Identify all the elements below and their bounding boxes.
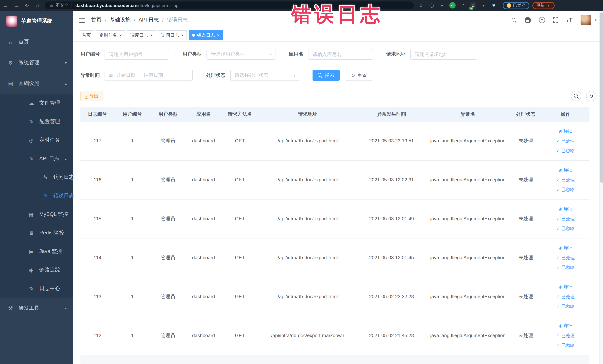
eye-icon: ◉ [558, 206, 562, 212]
action-label: 详细 [564, 245, 573, 251]
font-size-icon[interactable] [567, 17, 573, 23]
close-icon[interactable]: × [181, 33, 184, 37]
forward-icon[interactable]: → [11, 2, 22, 8]
search-icon[interactable] [512, 18, 516, 23]
chevron-down-icon[interactable]: ▾ [595, 18, 596, 22]
action-detail-link[interactable]: ◉详细 [558, 284, 572, 290]
chrome-update-button[interactable]: 更新 ⋮ [532, 2, 555, 9]
fullscreen-icon[interactable] [553, 17, 558, 23]
breadcrumb-item[interactable]: 首页 [91, 17, 102, 23]
hamburger-icon[interactable] [79, 18, 85, 23]
action-processed-link[interactable]: ✓已处理 [557, 294, 575, 300]
check-icon: ✓ [557, 187, 560, 193]
sidebar-item-infra[interactable]: ▤基础设施▴ [0, 73, 73, 94]
action-processed-link[interactable]: ✓已处理 [557, 138, 575, 144]
action-ignored-link[interactable]: ✓已忽略 [557, 265, 575, 271]
export-button[interactable]: ↓ 导出 [81, 91, 103, 101]
action-processed-link[interactable]: ✓已处理 [557, 177, 575, 183]
table-cell: 117 [81, 138, 115, 144]
extension-sprout-icon[interactable]: ⚘ [480, 2, 487, 9]
table-cell: java.lang.IllegalArgumentException [426, 176, 510, 183]
tab-access-log[interactable]: 访问日志× [158, 30, 187, 40]
process-status-select[interactable]: 请选择处理状态 ▾ [230, 70, 299, 81]
address-bar[interactable]: ⚠ 不安全 dashboard.yudao.iocoder.cn /infra/… [45, 1, 414, 9]
close-icon[interactable]: × [217, 33, 220, 37]
date-range-picker[interactable]: ▦ 开始日期 - 结束日期 [104, 70, 193, 81]
sidebar-item-config[interactable]: ✎配置管理 [0, 112, 73, 131]
kebab-menu-icon[interactable]: ⋮ [546, 3, 550, 8]
close-icon[interactable]: × [119, 33, 122, 37]
extension-green-v-icon[interactable]: ✓ [449, 2, 455, 9]
close-icon[interactable]: × [150, 33, 153, 37]
action-detail-link[interactable]: ◉详细 [558, 323, 572, 329]
breadcrumb-separator: / [162, 17, 164, 23]
action-detail-link[interactable]: ◉详细 [558, 167, 572, 173]
error-log-table: 日志编号用户编号用户类型应用名请求方法名请求地址异常发生时间异常名处理状态操作 … [81, 107, 590, 364]
tab-job-log[interactable]: 调度日志× [127, 30, 156, 40]
scrollbar-thumb[interactable] [600, 12, 603, 183]
table-row: 1141管理员dashboardGET/api/infra/db-doc/exp… [81, 238, 590, 277]
sidebar-item-java[interactable]: ▣Java 监控 [0, 242, 73, 261]
user-avatar[interactable] [581, 15, 591, 25]
request-url-input[interactable] [410, 48, 477, 60]
hide-search-button[interactable] [571, 91, 581, 101]
tab-home[interactable]: 首页 [79, 30, 94, 40]
action-ignored-link[interactable]: ✓已忽略 [557, 187, 575, 193]
github-icon[interactable] [525, 17, 531, 23]
action-processed-link[interactable]: ✓已处理 [557, 216, 575, 222]
back-icon[interactable]: ← [0, 2, 11, 8]
breadcrumb-item[interactable]: 基础设施 [110, 17, 130, 23]
sidebar-item-redis[interactable]: ≣Redis 监控 [0, 224, 73, 242]
sidebar-item-system[interactable]: ⚙系统管理▾ [0, 52, 73, 73]
bookmark-star-icon[interactable]: ☆ [419, 3, 423, 8]
extension-grid-icon[interactable]: ∷ [460, 2, 466, 9]
sidebar-item-job[interactable]: ◷定时任务 [0, 131, 73, 150]
action-processed-link[interactable]: ✓已处理 [557, 332, 575, 339]
app-name-input[interactable] [308, 48, 373, 60]
sidebar-item-label: API 日志 [39, 155, 59, 162]
sidebar-item-log-center[interactable]: ✎日志中心 [0, 279, 73, 298]
user-type-select[interactable]: 请选择用户类型 ▾ [207, 48, 276, 60]
sidebar-item-file[interactable]: ☁文件管理 [0, 94, 73, 112]
search-button[interactable]: 搜索 [313, 70, 340, 81]
refresh-table-button[interactable]: ↻ [586, 91, 596, 101]
action-detail-link[interactable]: ◉详细 [558, 206, 572, 212]
reset-button[interactable]: ↻ 重置 [346, 70, 372, 81]
sidebar-item-api-log[interactable]: ✎API 日志▴ [0, 150, 73, 168]
sidebar-item-error-log[interactable]: ✎错误日志 [0, 187, 73, 205]
profile-paused-pill[interactable]: 已暂停 [502, 2, 529, 9]
extension-orange-ring-icon[interactable]: ◯ [428, 2, 435, 9]
action-ignored-link[interactable]: ✓已忽略 [557, 304, 575, 310]
breadcrumb-item[interactable]: API 日志 [139, 17, 159, 23]
action-detail-link[interactable]: ◉详细 [558, 128, 572, 134]
sidebar-item-mysql[interactable]: ▦MySQL 监控 [0, 205, 73, 224]
sidebar-item-home[interactable]: ⌂首页 [0, 32, 73, 52]
table-row: 1171管理员dashboardGET/api/infra/db-doc/exp… [81, 122, 590, 161]
user-id-input[interactable] [104, 48, 169, 60]
sidebar-item-trace[interactable]: ◉链路追踪 [0, 261, 73, 279]
help-icon[interactable] [539, 17, 545, 23]
action-processed-link[interactable]: ✓已处理 [557, 255, 575, 261]
security-label[interactable]: 不安全 [56, 3, 69, 8]
reload-icon[interactable]: ↻ [22, 2, 32, 8]
sidebar-item-label: 定时任务 [39, 137, 60, 143]
extension-dark-on-icon[interactable]: ≣on [470, 2, 476, 9]
edit-icon: ✎ [42, 193, 48, 199]
action-ignored-link[interactable]: ✓已忽略 [557, 226, 575, 232]
app-logo[interactable]: 芋道管理系统 [0, 11, 73, 32]
extension-puzzle-icon[interactable]: ✱ [491, 2, 497, 9]
action-detail-link[interactable]: ◉详细 [558, 245, 572, 251]
action-ignored-link[interactable]: ✓已忽略 [557, 148, 575, 154]
tab-job[interactable]: 定时任务× [96, 30, 125, 40]
action-label: 已忽略 [561, 304, 575, 310]
tab-error-log[interactable]: 错误日志× [189, 30, 223, 40]
page-scrollbar[interactable] [600, 11, 603, 364]
action-ignored-link[interactable]: ✓已忽略 [557, 342, 575, 349]
extension-blue-gem-icon[interactable]: ▼ [439, 2, 445, 9]
sidebar-item-dev-tools[interactable]: ⚒研发工具▾ [0, 298, 73, 318]
refresh-icon: ↻ [351, 72, 355, 78]
home-icon[interactable]: ⌂ [32, 2, 43, 8]
table-cell: /api/infra/db-doc/export-markdown [258, 332, 357, 339]
chevron-up-icon: ▴ [65, 157, 67, 161]
sidebar-item-access-log[interactable]: ✎访问日志 [0, 168, 73, 187]
